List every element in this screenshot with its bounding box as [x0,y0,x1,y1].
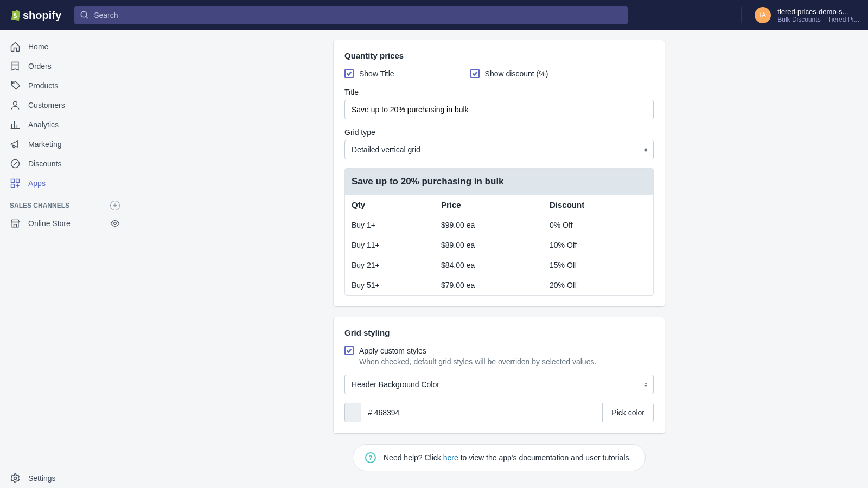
check-icon [346,348,352,354]
col-price-header: Price [435,195,543,215]
color-swatch [345,403,361,422]
apps-icon [10,178,21,189]
customer-icon [10,100,21,111]
avatar: tA [755,7,771,23]
megaphone-icon [10,139,21,150]
sidebar-item-label: Online Store [28,219,71,228]
question-icon: ? [365,452,376,463]
discount-icon [10,158,21,169]
gear-icon [10,473,21,484]
sidebar-item-label: Analytics [28,120,59,129]
sidebar-item-marketing[interactable]: Marketing [0,134,130,154]
sidebar-item-discounts[interactable]: Discounts [0,154,130,174]
style-property-select[interactable]: Header Background Color ▲▼ [344,375,654,394]
brand-logo[interactable]: shopify [9,9,61,22]
checkbox-label: Show Title [359,69,394,78]
sidebar-item-settings[interactable]: Settings [0,468,130,488]
sidebar-item-label: Apps [28,179,46,188]
sidebar-item-label: Discounts [28,159,61,168]
show-title-checkbox[interactable]: Show Title [344,69,394,78]
sidebar-item-orders[interactable]: Orders [0,56,130,76]
sidebar-item-label: Customers [28,101,65,110]
topbar: shopify tA tiered-prices-demo-s... Bulk … [0,0,868,30]
shopify-bag-icon [9,9,22,22]
add-channel-button[interactable]: + [110,201,120,210]
preview-header: Save up to 20% purchasing in bulk [345,169,653,195]
select-arrows-icon: ▲▼ [644,382,648,387]
sales-channels-header: SALES CHANNELS + [0,193,130,214]
sidebar-item-label: Orders [28,62,52,70]
sidebar-item-label: Products [28,81,58,90]
svg-point-0 [81,11,87,17]
store-icon [10,218,21,229]
svg-point-8 [114,222,117,225]
show-discount-checkbox[interactable]: Show discount (%) [470,69,548,78]
select-value: Header Background Color [352,380,439,389]
orders-icon [10,61,21,72]
preview-row: Buy 51+$79.00 ea20% Off [345,275,653,295]
grid-styling-card: Grid styling Apply custom styles When ch… [334,317,665,433]
sidebar-item-label: Marketing [28,140,61,149]
sidebar-item-label: Home [28,42,48,51]
title-input[interactable] [344,100,654,119]
sidebar-item-label: Settings [28,474,56,483]
view-store-icon[interactable] [110,219,120,228]
tag-icon [10,80,21,91]
select-arrows-icon: ▲▼ [644,147,648,152]
card-title: Quantity prices [344,51,654,60]
checkbox-label: Apply custom styles [359,346,426,355]
check-icon [346,70,352,76]
svg-point-9 [14,477,17,480]
sidebar: Home Orders Products Customers Analytics… [0,30,130,488]
svg-rect-5 [11,179,15,183]
pick-color-button[interactable]: Pick color [602,403,653,422]
main-content: Quantity prices Show Title Show discount… [130,30,868,488]
grid-type-label: Grid type [344,128,654,137]
sidebar-item-home[interactable]: Home [0,37,130,56]
preview-row: Buy 11+$89.00 ea10% Off [345,235,653,255]
sidebar-item-analytics[interactable]: Analytics [0,115,130,134]
account-menu[interactable]: tA tiered-prices-demo-s... Bulk Discount… [741,7,859,23]
grid-type-select[interactable]: Detailed vertical grid ▲▼ [344,140,654,159]
apply-styles-help: When checked, default grid styles will b… [359,357,654,366]
col-qty-header: Qty [345,195,435,215]
section-label: SALES CHANNELS [10,202,69,209]
grid-preview: Save up to 20% purchasing in bulk Qty Pr… [344,168,654,296]
quantity-prices-card: Quantity prices Show Title Show discount… [334,40,665,306]
account-text: tiered-prices-demo-s... Bulk Discounts –… [777,8,859,23]
home-icon [10,41,21,52]
select-value: Detailed vertical grid [352,145,420,154]
card-title: Grid styling [344,328,654,337]
checkbox-label: Show discount (%) [485,69,548,78]
color-field: # 468394 Pick color [344,403,654,422]
sidebar-item-customers[interactable]: Customers [0,95,130,115]
preview-row: Buy 21+$84.00 ea15% Off [345,255,653,275]
col-discount-header: Discount [543,195,653,215]
svg-rect-6 [16,179,20,183]
sidebar-item-products[interactable]: Products [0,76,130,95]
app-name: Bulk Discounts – Tiered Pr... [777,16,859,23]
title-label: Title [344,88,654,97]
svg-line-1 [86,16,88,18]
search-wrap [74,6,628,24]
search-input[interactable] [74,6,628,24]
svg-point-2 [12,82,14,84]
svg-point-3 [14,101,17,105]
analytics-icon [10,119,21,130]
color-hex-input[interactable]: # 468394 [361,403,602,422]
brand-text: shopify [23,9,61,22]
sidebar-item-online-store[interactable]: Online Store [0,214,130,233]
apply-styles-checkbox[interactable]: Apply custom styles [344,346,654,355]
help-link[interactable]: here [443,453,458,462]
store-name: tiered-prices-demo-s... [777,8,859,16]
search-icon [80,10,90,20]
help-text: Need help? Click here to view the app's … [384,453,631,462]
svg-rect-7 [11,184,15,188]
preview-thead: Qty Price Discount [345,195,653,215]
sidebar-item-apps[interactable]: Apps [0,174,130,193]
preview-row: Buy 1+$99.00 ea0% Off [345,215,653,235]
check-icon [472,70,478,76]
help-banner: ? Need help? Click here to view the app'… [353,444,646,471]
